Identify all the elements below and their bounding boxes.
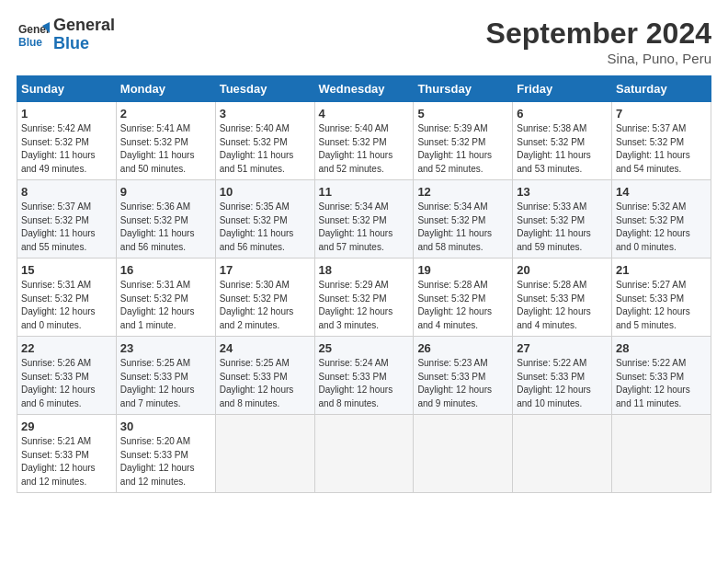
day-detail: Sunrise: 5:30 AMSunset: 5:32 PMDaylight:… — [220, 280, 294, 330]
header-row-days: Sunday Monday Tuesday Wednesday Thursday… — [17, 76, 711, 102]
month-title: September 2024 — [486, 17, 711, 51]
col-saturday: Saturday — [612, 76, 711, 102]
calendar-cell: 23 Sunrise: 5:25 AMSunset: 5:33 PMDaylig… — [116, 337, 215, 415]
day-number: 28 — [616, 341, 707, 355]
calendar-cell: 8 Sunrise: 5:37 AMSunset: 5:32 PMDayligh… — [17, 180, 117, 259]
calendar-cell: 11 Sunrise: 5:34 AMSunset: 5:32 PMDaylig… — [314, 180, 414, 259]
day-number: 27 — [517, 341, 608, 355]
col-friday: Friday — [513, 76, 612, 102]
day-detail: Sunrise: 5:34 AMSunset: 5:32 PMDaylight:… — [319, 201, 393, 252]
day-number: 4 — [319, 107, 410, 121]
day-detail: Sunrise: 5:21 AMSunset: 5:33 PMDaylight:… — [21, 436, 96, 487]
calendar-cell — [513, 415, 612, 493]
day-number: 7 — [616, 107, 707, 121]
day-number: 26 — [417, 341, 508, 355]
day-number: 2 — [120, 107, 211, 121]
day-number: 22 — [21, 341, 112, 355]
day-number: 21 — [616, 263, 707, 277]
calendar-cell: 6 Sunrise: 5:38 AMSunset: 5:32 PMDayligh… — [513, 102, 612, 180]
day-detail: Sunrise: 5:37 AMSunset: 5:32 PMDaylight:… — [21, 201, 96, 252]
day-detail: Sunrise: 5:41 AMSunset: 5:32 PMDaylight:… — [120, 123, 195, 174]
day-number: 19 — [417, 263, 508, 277]
calendar-cell: 1 Sunrise: 5:42 AMSunset: 5:32 PMDayligh… — [17, 102, 117, 180]
day-number: 14 — [616, 185, 707, 199]
day-detail: Sunrise: 5:36 AMSunset: 5:32 PMDaylight:… — [120, 201, 195, 252]
calendar-week-0: 1 Sunrise: 5:42 AMSunset: 5:32 PMDayligh… — [17, 102, 711, 180]
day-detail: Sunrise: 5:31 AMSunset: 5:32 PMDaylight:… — [120, 280, 195, 330]
day-number: 18 — [319, 263, 410, 277]
day-detail: Sunrise: 5:35 AMSunset: 5:32 PMDaylight:… — [220, 201, 294, 252]
calendar-cell: 2 Sunrise: 5:41 AMSunset: 5:32 PMDayligh… — [116, 102, 215, 180]
calendar-cell: 25 Sunrise: 5:24 AMSunset: 5:33 PMDaylig… — [314, 337, 414, 415]
title-block: September 2024 Sina, Puno, Peru — [486, 17, 711, 66]
day-detail: Sunrise: 5:25 AMSunset: 5:33 PMDaylight:… — [220, 358, 294, 408]
calendar-cell — [612, 415, 711, 493]
day-number: 8 — [21, 185, 112, 199]
day-detail: Sunrise: 5:40 AMSunset: 5:32 PMDaylight:… — [220, 123, 294, 174]
calendar-cell: 29 Sunrise: 5:21 AMSunset: 5:33 PMDaylig… — [17, 415, 117, 493]
calendar-cell: 21 Sunrise: 5:27 AMSunset: 5:33 PMDaylig… — [612, 259, 711, 337]
col-sunday: Sunday — [17, 76, 117, 102]
logo-icon: General Blue — [17, 18, 50, 52]
day-number: 11 — [319, 185, 410, 199]
calendar-cell: 17 Sunrise: 5:30 AMSunset: 5:32 PMDaylig… — [215, 259, 314, 337]
day-detail: Sunrise: 5:42 AMSunset: 5:32 PMDaylight:… — [21, 123, 96, 174]
calendar-table: Sunday Monday Tuesday Wednesday Thursday… — [17, 75, 711, 493]
day-detail: Sunrise: 5:28 AMSunset: 5:33 PMDaylight:… — [517, 280, 591, 330]
calendar-cell: 5 Sunrise: 5:39 AMSunset: 5:32 PMDayligh… — [414, 102, 513, 180]
col-thursday: Thursday — [414, 76, 513, 102]
calendar-cell: 20 Sunrise: 5:28 AMSunset: 5:33 PMDaylig… — [513, 259, 612, 337]
calendar-cell: 3 Sunrise: 5:40 AMSunset: 5:32 PMDayligh… — [215, 102, 314, 180]
calendar-cell — [215, 415, 314, 493]
svg-text:Blue: Blue — [18, 36, 42, 49]
day-detail: Sunrise: 5:31 AMSunset: 5:32 PMDaylight:… — [21, 280, 96, 330]
day-detail: Sunrise: 5:38 AMSunset: 5:32 PMDaylight:… — [517, 123, 591, 174]
calendar-cell: 9 Sunrise: 5:36 AMSunset: 5:32 PMDayligh… — [116, 180, 215, 259]
calendar-cell: 19 Sunrise: 5:28 AMSunset: 5:32 PMDaylig… — [414, 259, 513, 337]
day-detail: Sunrise: 5:22 AMSunset: 5:33 PMDaylight:… — [616, 358, 690, 408]
calendar-cell: 28 Sunrise: 5:22 AMSunset: 5:33 PMDaylig… — [612, 337, 711, 415]
day-detail: Sunrise: 5:29 AMSunset: 5:32 PMDaylight:… — [319, 280, 393, 330]
day-number: 1 — [21, 107, 112, 121]
calendar-week-3: 22 Sunrise: 5:26 AMSunset: 5:33 PMDaylig… — [17, 337, 711, 415]
calendar-cell: 22 Sunrise: 5:26 AMSunset: 5:33 PMDaylig… — [17, 337, 117, 415]
calendar-cell: 12 Sunrise: 5:34 AMSunset: 5:32 PMDaylig… — [414, 180, 513, 259]
logo-text-blue: Blue — [53, 35, 115, 53]
day-detail: Sunrise: 5:34 AMSunset: 5:32 PMDaylight:… — [417, 201, 492, 252]
calendar-cell: 14 Sunrise: 5:32 AMSunset: 5:32 PMDaylig… — [612, 180, 711, 259]
calendar-cell: 13 Sunrise: 5:33 AMSunset: 5:32 PMDaylig… — [513, 180, 612, 259]
day-number: 9 — [120, 185, 211, 199]
day-number: 3 — [220, 107, 311, 121]
day-number: 16 — [120, 263, 211, 277]
day-number: 20 — [517, 263, 608, 277]
calendar-page: General Blue General Blue September 2024… — [0, 0, 728, 563]
location-title: Sina, Puno, Peru — [486, 51, 711, 66]
day-number: 25 — [319, 341, 410, 355]
calendar-cell: 27 Sunrise: 5:22 AMSunset: 5:33 PMDaylig… — [513, 337, 612, 415]
calendar-cell: 7 Sunrise: 5:37 AMSunset: 5:32 PMDayligh… — [612, 102, 711, 180]
calendar-cell: 15 Sunrise: 5:31 AMSunset: 5:32 PMDaylig… — [17, 259, 117, 337]
day-number: 10 — [220, 185, 311, 199]
calendar-cell — [314, 415, 414, 493]
day-number: 29 — [21, 419, 112, 433]
day-detail: Sunrise: 5:40 AMSunset: 5:32 PMDaylight:… — [319, 123, 393, 174]
day-detail: Sunrise: 5:22 AMSunset: 5:33 PMDaylight:… — [517, 358, 591, 408]
calendar-week-2: 15 Sunrise: 5:31 AMSunset: 5:32 PMDaylig… — [17, 259, 711, 337]
logo: General Blue General Blue — [17, 17, 115, 53]
day-number: 23 — [120, 341, 211, 355]
col-wednesday: Wednesday — [314, 76, 414, 102]
calendar-cell: 10 Sunrise: 5:35 AMSunset: 5:32 PMDaylig… — [215, 180, 314, 259]
day-number: 24 — [220, 341, 311, 355]
calendar-cell: 24 Sunrise: 5:25 AMSunset: 5:33 PMDaylig… — [215, 337, 314, 415]
day-detail: Sunrise: 5:37 AMSunset: 5:32 PMDaylight:… — [616, 123, 690, 174]
day-detail: Sunrise: 5:20 AMSunset: 5:33 PMDaylight:… — [120, 436, 195, 487]
day-detail: Sunrise: 5:32 AMSunset: 5:32 PMDaylight:… — [616, 201, 690, 252]
day-number: 17 — [220, 263, 311, 277]
day-detail: Sunrise: 5:24 AMSunset: 5:33 PMDaylight:… — [319, 358, 393, 408]
day-detail: Sunrise: 5:28 AMSunset: 5:32 PMDaylight:… — [417, 280, 492, 330]
calendar-cell — [414, 415, 513, 493]
day-number: 6 — [517, 107, 608, 121]
day-number: 12 — [417, 185, 508, 199]
logo-text-general: General — [53, 17, 115, 35]
day-detail: Sunrise: 5:39 AMSunset: 5:32 PMDaylight:… — [417, 123, 492, 174]
